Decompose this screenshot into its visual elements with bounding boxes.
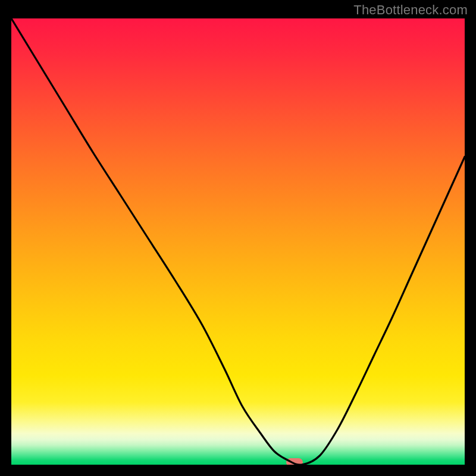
chart-frame: TheBottleneck.com	[0, 0, 476, 476]
watermark-text: TheBottleneck.com	[353, 2, 468, 18]
curve-path	[11, 18, 465, 465]
plot-area	[11, 18, 465, 465]
bottleneck-curve	[11, 18, 465, 465]
